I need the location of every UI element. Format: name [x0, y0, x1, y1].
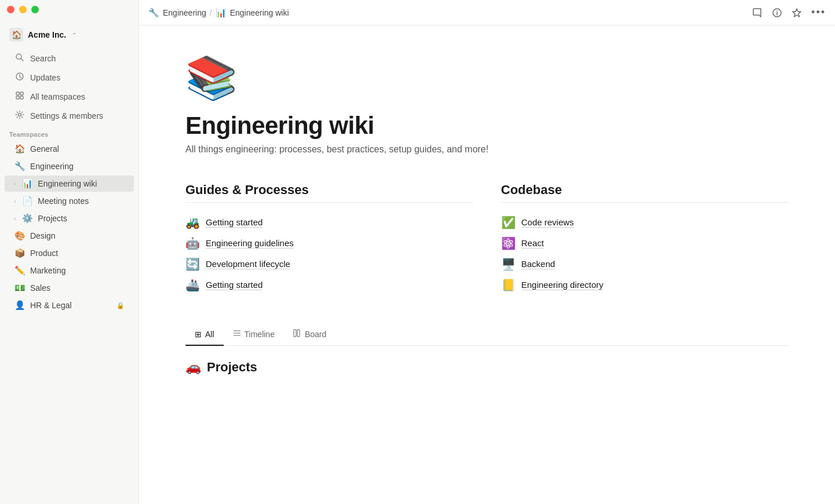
tab-all[interactable]: ⊞ All — [185, 324, 224, 346]
tabs-bar: ⊞ All Timeline Board — [185, 323, 789, 346]
engineering-label: Engineering — [30, 162, 125, 171]
tab-all-label: All — [205, 330, 214, 339]
svg-line-1 — [21, 59, 23, 61]
workspace-name: Acme Inc. — [28, 30, 66, 39]
all-teamspaces-label: All teamspaces — [30, 92, 85, 101]
guides-column: Guides & Processes 🚜 Getting started 🤖 E… — [185, 182, 473, 295]
sidebar-item-hr-legal[interactable]: 👤 HR & Legal 🔒 — [5, 297, 134, 313]
comment-button[interactable] — [752, 8, 763, 18]
traffic-light-red[interactable] — [7, 6, 14, 13]
breadcrumb-wiki-emoji: 📊 — [216, 8, 227, 18]
traffic-lights — [7, 6, 39, 13]
workspace-selector[interactable]: 🏠 Acme Inc. ⌃ — [0, 23, 138, 49]
meeting-notes-emoji: 📄 — [21, 196, 33, 206]
projects-heading-text: Projects — [207, 360, 257, 375]
star-button[interactable] — [792, 8, 802, 18]
getting-started-1-emoji: 🚜 — [185, 216, 200, 229]
traffic-light-green[interactable] — [31, 6, 39, 13]
tab-all-icon: ⊞ — [195, 330, 202, 339]
react-text: React — [522, 238, 544, 249]
sidebar-item-sales[interactable]: 💵 Sales — [5, 280, 134, 296]
main-area: 🔧 Engineering / 📊 Engineering wiki ••• 📚… — [139, 0, 835, 504]
sidebar-item-product[interactable]: 📦 Product — [5, 245, 134, 261]
workspace-chevron-icon: ⌃ — [72, 32, 76, 38]
page-subtitle: All things engineering: processes, best … — [185, 144, 789, 155]
page-emoji: 📚 — [185, 53, 789, 103]
sidebar-item-projects[interactable]: › ⚙️ Projects — [5, 210, 134, 227]
updates-label: Updates — [30, 73, 60, 82]
sidebar-item-search[interactable]: Search — [5, 49, 134, 67]
general-emoji: 🏠 — [14, 144, 25, 154]
columns-grid: Guides & Processes 🚜 Getting started 🤖 E… — [185, 182, 789, 295]
guide-link-getting-started-2[interactable]: 🚢 Getting started — [185, 275, 473, 295]
projects-emoji: ⚙️ — [21, 213, 33, 224]
sidebar-item-all-teamspaces[interactable]: All teamspaces — [5, 87, 134, 105]
backend-emoji: 🖥️ — [501, 257, 516, 271]
traffic-light-yellow[interactable] — [19, 6, 27, 13]
hr-legal-label: HR & Legal — [30, 301, 112, 310]
dev-lifecycle-text: Development lifecycle — [206, 259, 290, 269]
projects-chevron: › — [14, 216, 16, 222]
svg-point-10 — [776, 10, 778, 11]
engineering-wiki-label: Engineering wiki — [38, 179, 125, 188]
more-button[interactable]: ••• — [811, 6, 826, 19]
guide-link-engineering-guidelines[interactable]: 🤖 Engineering guidelines — [185, 233, 473, 254]
svg-rect-15 — [294, 330, 296, 337]
titlebar: 🔧 Engineering / 📊 Engineering wiki ••• — [139, 0, 835, 25]
codebase-link-react[interactable]: ⚛️ React — [501, 233, 789, 254]
tab-board[interactable]: Board — [284, 323, 336, 346]
sidebar-item-engineering[interactable]: 🔧 Engineering — [5, 158, 134, 174]
breadcrumb-wiki-text: Engineering wiki — [230, 8, 289, 17]
info-button[interactable] — [772, 8, 782, 18]
sales-label: Sales — [30, 283, 125, 293]
svg-rect-3 — [16, 92, 19, 95]
workspace-icon: 🏠 — [9, 28, 23, 42]
engineering-directory-emoji: 📒 — [501, 278, 516, 292]
tab-board-icon — [293, 329, 301, 339]
svg-rect-16 — [297, 330, 300, 337]
sidebar-item-design[interactable]: 🎨 Design — [5, 228, 134, 244]
svg-rect-4 — [20, 92, 23, 95]
grid-icon — [14, 91, 25, 102]
codebase-link-engineering-directory[interactable]: 📒 Engineering directory — [501, 275, 789, 295]
getting-started-2-text: Getting started — [206, 280, 262, 290]
code-reviews-emoji: ✅ — [501, 216, 516, 229]
tab-timeline-icon — [233, 329, 241, 339]
sidebar-item-meeting-notes[interactable]: › 📄 Meeting notes — [5, 193, 134, 209]
sidebar-item-marketing[interactable]: ✏️ Marketing — [5, 262, 134, 279]
engineering-guidelines-emoji: 🤖 — [185, 236, 200, 250]
dev-lifecycle-emoji: 🔄 — [185, 257, 200, 271]
sidebar: 🏠 Acme Inc. ⌃ Search Updates All teamspa… — [0, 0, 139, 504]
engineering-wiki-chevron: › — [14, 181, 16, 187]
design-emoji: 🎨 — [14, 231, 25, 241]
product-label: Product — [30, 249, 125, 258]
getting-started-1-text: Getting started — [206, 217, 262, 228]
guide-link-getting-started-1[interactable]: 🚜 Getting started — [185, 212, 473, 233]
projects-heading-emoji: 🚗 — [185, 360, 201, 375]
engineering-directory-text: Engineering directory — [522, 280, 604, 290]
settings-icon — [14, 110, 25, 121]
guide-link-development-lifecycle[interactable]: 🔄 Development lifecycle — [185, 254, 473, 275]
search-label: Search — [30, 54, 56, 63]
codebase-link-code-reviews[interactable]: ✅ Code reviews — [501, 212, 789, 233]
breadcrumb: 🔧 Engineering / 📊 Engineering wiki — [148, 8, 289, 18]
codebase-link-backend[interactable]: 🖥️ Backend — [501, 254, 789, 275]
backend-text: Backend — [522, 259, 555, 269]
sidebar-item-updates[interactable]: Updates — [5, 68, 134, 86]
tab-timeline[interactable]: Timeline — [224, 323, 284, 346]
search-icon — [14, 53, 25, 64]
codebase-column: Codebase ✅ Code reviews ⚛️ React 🖥️ Back… — [501, 182, 789, 295]
react-emoji: ⚛️ — [501, 236, 516, 250]
engineering-wiki-emoji: 📊 — [21, 178, 33, 189]
design-label: Design — [30, 231, 125, 240]
svg-marker-11 — [793, 9, 801, 17]
svg-point-7 — [19, 114, 21, 116]
sidebar-item-settings[interactable]: Settings & members — [5, 107, 134, 125]
tab-board-label: Board — [305, 330, 326, 339]
titlebar-actions: ••• — [752, 6, 826, 19]
sidebar-item-general[interactable]: 🏠 General — [5, 141, 134, 157]
content-area: 📚 Engineering wiki All things engineerin… — [139, 25, 835, 504]
sidebar-item-engineering-wiki[interactable]: › 📊 Engineering wiki — [5, 176, 134, 192]
projects-label: Projects — [38, 214, 125, 223]
breadcrumb-separator: / — [210, 8, 212, 17]
